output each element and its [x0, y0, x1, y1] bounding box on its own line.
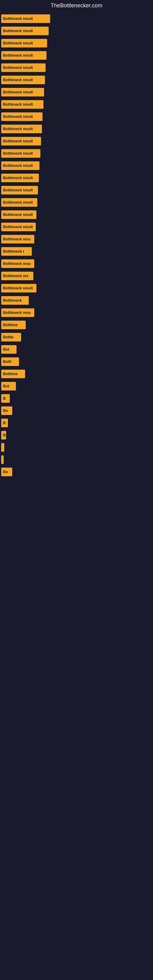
bar-13: Bottleneck result — [1, 173, 39, 182]
bar-label-33: B — [3, 421, 6, 425]
bar-row: Bottleneck r — [0, 247, 153, 256]
bar-label-28: Bottl — [3, 360, 11, 364]
bar-row: Bottleneck result — [0, 39, 153, 48]
bar-29: Bottlene — [1, 370, 25, 378]
bar-10: Bottleneck result — [1, 137, 41, 145]
bar-1: Bottleneck result — [1, 27, 49, 35]
bar-label-25: Bottlene — [3, 323, 18, 327]
bar-row: Bottleneck result — [0, 284, 153, 293]
bar-label-31: B — [3, 396, 6, 401]
bar-label-16: Bottleneck result — [3, 213, 33, 217]
bar-label-30: Bot — [3, 384, 9, 388]
bar-row: Bottleneck result — [0, 173, 153, 182]
bar-label-21: Bottleneck res — [3, 274, 29, 278]
bar-row: B — [0, 418, 153, 427]
bar-23: Bottleneck — [1, 296, 29, 305]
bar-7: Bottleneck result — [1, 100, 43, 109]
bar-14: Bottleneck result — [1, 186, 38, 194]
bar-27: Bot — [1, 345, 16, 354]
bar-label-24: Bottleneck resu — [3, 310, 30, 315]
bar-row — [0, 443, 153, 452]
bar-label-32: Bo — [3, 409, 8, 413]
bar-row: Bottle — [0, 333, 153, 342]
bar-label-6: Bottleneck result — [3, 90, 33, 94]
bar-label-4: Bottleneck result — [3, 65, 33, 70]
bar-row: Bottleneck result — [0, 27, 153, 35]
bar-label-13: Bottleneck result — [3, 176, 33, 180]
bar-11: Bottleneck result — [1, 149, 40, 158]
bar-label-2: Bottleneck result — [3, 41, 33, 45]
bar-row: Bottleneck result — [0, 100, 153, 109]
bar-37: Bo — [1, 468, 12, 476]
bar-4: Bottleneck result — [1, 64, 46, 72]
bar-row: Bottleneck result — [0, 161, 153, 170]
bar-label-26: Bottle — [3, 335, 13, 339]
bar-label-1: Bottleneck result — [3, 29, 33, 33]
bar-21: Bottleneck res — [1, 272, 33, 280]
bar-16: Bottleneck result — [1, 210, 37, 219]
bar-row: Bottl — [0, 357, 153, 366]
bar-label-17: Bottleneck result — [3, 225, 33, 229]
bar-15: Bottleneck result — [1, 198, 37, 207]
bar-8: Bottleneck result — [1, 112, 43, 121]
bar-row: Bottleneck result — [0, 223, 153, 231]
bar-19: Bottleneck r — [1, 247, 32, 256]
bar-row: Bottleneck result — [0, 198, 153, 207]
bar-row: Bottleneck result — [0, 137, 153, 145]
bar-label-29: Bottlene — [3, 372, 18, 376]
bar-row: Bottleneck result — [0, 210, 153, 219]
bar-label-34: B — [3, 433, 6, 438]
bar-row: Bottleneck result — [0, 125, 153, 133]
bar-22: Bottleneck result — [1, 284, 37, 293]
bar-row: Bottleneck result — [0, 14, 153, 23]
bar-row: Bottleneck result — [0, 76, 153, 84]
bar-row: Bottleneck resu — [0, 309, 153, 317]
bar-20: Bottleneck resu — [1, 259, 34, 268]
bar-34: B — [1, 431, 6, 439]
bar-label-27: Bot — [3, 347, 9, 352]
bar-row: B — [0, 431, 153, 439]
bar-row: Bottleneck result — [0, 64, 153, 72]
bar-12: Bottleneck result — [1, 161, 40, 170]
bar-row: Bottleneck result — [0, 88, 153, 97]
bar-36 — [1, 455, 4, 464]
bar-row: Bottleneck res — [0, 272, 153, 280]
bar-32: Bo — [1, 406, 12, 415]
bar-row: Bottleneck result — [0, 149, 153, 158]
bar-35 — [1, 443, 4, 452]
bar-row: Bo — [0, 406, 153, 415]
bar-31: B — [1, 394, 10, 403]
bar-row: Bottlene — [0, 370, 153, 378]
bar-label-15: Bottleneck result — [3, 200, 33, 205]
bar-label-19: Bottleneck r — [3, 249, 24, 254]
bar-28: Bottl — [1, 357, 19, 366]
bar-17: Bottleneck result — [1, 223, 36, 231]
bar-row: Bottleneck result — [0, 51, 153, 60]
bar-18: Bottleneck resu — [1, 235, 34, 243]
bar-label-0: Bottleneck result — [3, 16, 33, 21]
bar-33: B — [1, 418, 8, 427]
bar-label-12: Bottleneck result — [3, 164, 33, 168]
bar-label-20: Bottleneck resu — [3, 261, 30, 266]
bar-row — [0, 455, 153, 464]
bar-6: Bottleneck result — [1, 88, 44, 97]
bar-30: Bot — [1, 382, 16, 390]
bar-24: Bottleneck resu — [1, 309, 34, 317]
bar-9: Bottleneck result — [1, 125, 42, 133]
bar-3: Bottleneck result — [1, 51, 46, 60]
site-title: TheBottlenecker.com — [0, 0, 153, 11]
bar-label-11: Bottleneck result — [3, 151, 33, 156]
bar-26: Bottle — [1, 333, 21, 342]
bar-label-14: Bottleneck result — [3, 188, 33, 192]
bar-label-37: Bo — [3, 470, 8, 474]
bar-label-23: Bottleneck — [3, 298, 22, 302]
bar-5: Bottleneck result — [1, 76, 45, 84]
bar-row: Bottleneck result — [0, 186, 153, 194]
bar-label-8: Bottleneck result — [3, 115, 33, 119]
bar-label-18: Bottleneck resu — [3, 237, 30, 241]
bar-row: Bottleneck result — [0, 112, 153, 121]
bar-label-22: Bottleneck result — [3, 286, 33, 290]
bars-container: Bottleneck resultBottleneck resultBottle… — [0, 11, 153, 483]
bar-row: Bo — [0, 468, 153, 476]
bar-row: B — [0, 394, 153, 403]
